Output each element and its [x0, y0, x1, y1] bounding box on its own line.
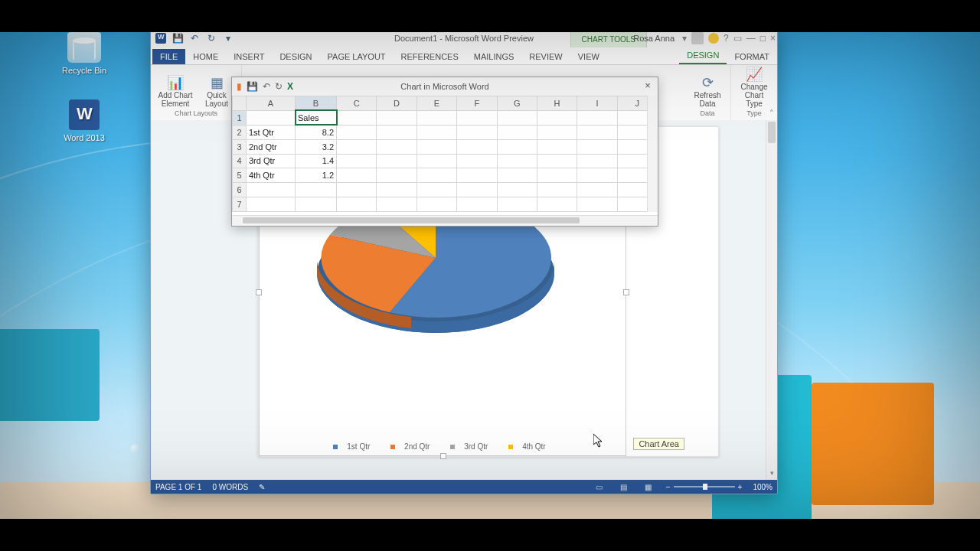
row-header-2[interactable]: 2: [233, 125, 247, 139]
col-header-d[interactable]: D: [377, 96, 416, 111]
cell-b5[interactable]: 1.2: [296, 168, 337, 183]
tab-design[interactable]: DESIGN: [272, 49, 319, 64]
scrollbar-thumb[interactable]: [768, 122, 776, 143]
redo-icon[interactable]: ↻: [206, 33, 217, 44]
col-header-g[interactable]: G: [497, 96, 537, 111]
zoom-slider[interactable]: − +: [666, 483, 743, 491]
col-header-a[interactable]: A: [247, 96, 296, 111]
signed-in-user[interactable]: Rosa Anna: [633, 34, 675, 43]
close-button[interactable]: ×: [770, 33, 776, 44]
tab-references[interactable]: REFERENCES: [394, 49, 466, 64]
cell-a5[interactable]: 4th Qtr: [247, 168, 296, 183]
chart-data-close-button[interactable]: ×: [641, 79, 655, 93]
user-avatar[interactable]: [691, 32, 704, 44]
title-bar[interactable]: 💾 ↶ ↻ ▾ Document1 - Microsoft Word Previ…: [151, 30, 777, 47]
group-chart-layouts: 📊 Add Chart Element ▦ Quick Layout Chart…: [151, 65, 242, 120]
qat-more-icon[interactable]: ▾: [223, 33, 234, 44]
row-header-4[interactable]: 4: [233, 154, 247, 168]
col-header-i[interactable]: I: [577, 96, 617, 111]
change-chart-type-button[interactable]: 📈 Change Chart Type: [737, 66, 771, 108]
proofing-icon[interactable]: ✎: [259, 483, 265, 491]
chart-data-window[interactable]: ▮ 💾 ↶ ↻ X Chart in Microsoft Word × A B …: [231, 77, 658, 227]
tab-mailings[interactable]: MAILINGS: [466, 49, 522, 64]
col-header-h[interactable]: H: [537, 96, 577, 111]
excel-undo-icon[interactable]: ↶: [263, 81, 270, 92]
col-header-c[interactable]: C: [337, 96, 377, 111]
excel-vertical-scrollbar[interactable]: [647, 96, 658, 212]
undo-icon[interactable]: ↶: [189, 33, 200, 44]
zoom-in-icon[interactable]: +: [738, 483, 743, 491]
data-caption: Data: [700, 109, 714, 117]
maximize-button[interactable]: □: [760, 33, 766, 44]
add-chart-element-label: Add Chart Element: [158, 91, 192, 108]
save-icon[interactable]: 💾: [172, 33, 183, 44]
web-layout-icon[interactable]: ▦: [642, 483, 655, 491]
ribbon-display-options-icon[interactable]: ▭: [733, 33, 742, 44]
feedback-smile-icon[interactable]: [708, 33, 719, 44]
zoom-out-icon[interactable]: −: [666, 483, 671, 491]
chart-layouts-caption: Chart Layouts: [175, 109, 217, 117]
col-header-e[interactable]: E: [416, 96, 456, 111]
minimize-button[interactable]: —: [746, 33, 756, 44]
spreadsheet-grid[interactable]: A B C D E F G H I J 1 Sales 2 1st Qtr 8.…: [232, 96, 658, 212]
word-shortcut-label: Word 2013: [64, 133, 105, 142]
cell-a1[interactable]: [247, 110, 296, 125]
collapse-ribbon-icon[interactable]: ˄: [769, 109, 774, 119]
cell-a2[interactable]: 1st Qtr: [247, 125, 296, 139]
excel-redo-icon[interactable]: ↻: [275, 81, 283, 92]
quick-layout-label: Quick Layout: [205, 91, 228, 108]
word-logo-icon[interactable]: [155, 33, 166, 44]
tab-insert[interactable]: INSERT: [226, 49, 272, 64]
tab-chart-format[interactable]: FORMAT: [727, 49, 777, 64]
quick-access-toolbar: 💾 ↶ ↻ ▾: [151, 33, 234, 44]
status-bar: PAGE 1 OF 1 0 WORDS ✎ ▭ ▤ ▦ − + 100%: [151, 480, 777, 494]
excel-save-icon[interactable]: 💾: [247, 81, 258, 92]
chart-mini-icon: ▮: [237, 81, 242, 92]
row-header-3[interactable]: 3: [233, 139, 247, 154]
quick-layout-button[interactable]: ▦ Quick Layout: [198, 74, 235, 108]
help-icon[interactable]: ?: [724, 33, 729, 44]
row-header-1[interactable]: 1: [233, 110, 247, 125]
tab-chart-design[interactable]: DESIGN: [679, 47, 727, 64]
print-layout-icon[interactable]: ▤: [617, 483, 631, 491]
user-menu-chevron-icon[interactable]: ▾: [682, 33, 687, 44]
cell-a4[interactable]: 3rd Qtr: [247, 154, 296, 168]
tab-view[interactable]: VIEW: [570, 49, 607, 64]
tab-file[interactable]: FILE: [152, 49, 185, 64]
bg-block-orange: [812, 383, 934, 505]
type-caption: Type: [746, 109, 762, 117]
chart-data-title: Chart in Microsoft Word: [232, 82, 658, 91]
refresh-icon: ⟳: [702, 74, 714, 91]
status-page[interactable]: PAGE 1 OF 1: [155, 483, 201, 491]
cell-a3[interactable]: 2nd Qtr: [247, 139, 296, 154]
zoom-level[interactable]: 100%: [753, 483, 773, 491]
cell-b4[interactable]: 1.4: [296, 154, 337, 168]
read-mode-icon[interactable]: ▭: [593, 483, 606, 491]
legend-item-3: 3rd Qtr: [464, 442, 488, 451]
cell-b3[interactable]: 3.2: [296, 139, 337, 154]
row-header-6[interactable]: 6: [233, 183, 247, 197]
row-header-7[interactable]: 7: [233, 197, 247, 212]
word-shortcut-icon[interactable]: Word 2013: [54, 99, 115, 142]
tab-home[interactable]: HOME: [185, 49, 226, 64]
excel-horizontal-scrollbar[interactable]: [232, 215, 658, 226]
status-words[interactable]: 0 WORDS: [212, 483, 248, 491]
tab-page-layout[interactable]: PAGE LAYOUT: [320, 49, 394, 64]
cell-b1[interactable]: Sales: [296, 110, 337, 125]
change-chart-type-icon: 📈: [746, 66, 763, 83]
vertical-scrollbar[interactable]: ▾: [766, 120, 777, 480]
refresh-data-button[interactable]: ⟳ Refresh Data: [691, 74, 724, 108]
recycle-bin-icon[interactable]: Recycle Bin: [54, 32, 115, 75]
legend-item-1: 1st Qtr: [347, 442, 370, 451]
col-header-f[interactable]: F: [457, 96, 497, 111]
chart-legend[interactable]: 1st Qtr 2nd Qtr 3rd Qtr 4th Qtr: [260, 442, 626, 451]
scroll-down-icon[interactable]: ▾: [766, 469, 777, 480]
legend-item-2: 2nd Qtr: [404, 442, 430, 451]
tab-review[interactable]: REVIEW: [521, 49, 570, 64]
row-header-5[interactable]: 5: [233, 168, 247, 183]
select-all-cell[interactable]: [233, 96, 247, 111]
add-chart-element-button[interactable]: 📊 Add Chart Element: [157, 74, 194, 108]
open-in-excel-icon[interactable]: X: [287, 81, 293, 92]
cell-b2[interactable]: 8.2: [296, 125, 337, 139]
col-header-b[interactable]: B: [296, 96, 337, 111]
